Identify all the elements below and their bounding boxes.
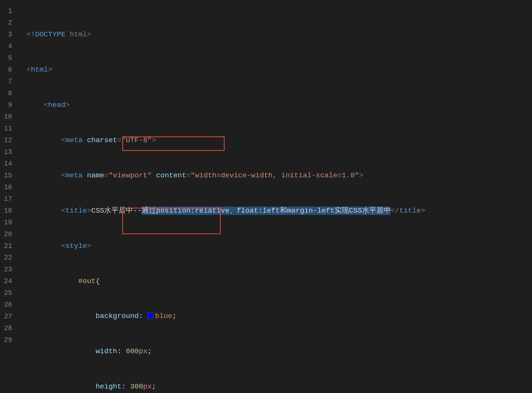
line-number: 25 [0, 287, 12, 299]
code-line[interactable]: width: 600px; [27, 346, 532, 357]
line-number: 16 [0, 182, 12, 193]
line-number: 6 [0, 64, 12, 76]
tag-close: > [359, 171, 363, 180]
code-line[interactable]: <!DOCTYPE html> [27, 29, 532, 41]
code-line[interactable]: <head> [27, 99, 532, 111]
css-unit: px [139, 347, 147, 355]
doctype-keyword: DOCTYPE [35, 30, 66, 39]
line-number: 11 [0, 123, 12, 135]
tag-open: < [27, 66, 31, 74]
title-text: CSS水平居中-- [91, 207, 142, 215]
line-number: 12 [0, 135, 12, 146]
css-property: background [95, 312, 139, 320]
code-line[interactable]: <title>CSS水平居中--通过position:relative、floa… [27, 205, 532, 217]
line-number: 17 [0, 193, 12, 205]
line-number: 27 [0, 311, 12, 323]
line-number: 24 [0, 276, 12, 287]
css-property: height [95, 382, 121, 391]
attr-value: "width=device-width, initial-scale=1.0" [190, 171, 359, 180]
line-number: 26 [0, 299, 12, 311]
tag-name: title [66, 207, 87, 215]
line-number: 5 [0, 52, 12, 64]
attr-value: "viewport" [109, 171, 152, 180]
line-number: 1 [0, 5, 12, 17]
tag-name: head [48, 101, 66, 109]
tag-close: > [152, 136, 156, 144]
line-number: 7 [0, 76, 12, 88]
code-line[interactable]: <html> [27, 64, 532, 76]
css-property: width [95, 347, 117, 355]
code-line[interactable]: <meta name="viewport" content="width=dev… [27, 170, 532, 182]
tag-close: > [48, 66, 52, 74]
line-number: 18 [0, 205, 12, 217]
line-number: 3 [0, 29, 12, 41]
css-number: 300 [130, 382, 143, 391]
line-number: 10 [0, 111, 12, 123]
css-number: 600 [126, 347, 139, 355]
line-number: 20 [0, 229, 12, 240]
doctype-open: <! [27, 30, 35, 39]
tag-open: < [61, 242, 65, 250]
tag-close: > [66, 101, 70, 109]
tag-close: > [87, 207, 91, 215]
attr-value: "UTF-8" [122, 136, 152, 144]
selected-text: 通过position:relative、float:left和margin-le… [142, 207, 390, 215]
line-number: 23 [0, 264, 12, 276]
code-editor[interactable]: <!DOCTYPE html> <html> <head> <meta char… [19, 0, 532, 393]
tag-name: meta [66, 136, 83, 144]
code-line[interactable]: height: 300px; [27, 381, 532, 393]
tag-open: < [61, 136, 65, 144]
tag-name: html [31, 66, 48, 74]
line-number: 13 [0, 146, 12, 158]
tag-open: < [61, 171, 65, 180]
attr-name: content [156, 171, 186, 180]
line-number-gutter: 1 2 3 4 5 6 7 8 9 10 11 12 13 14 15 16 1… [0, 0, 19, 393]
tag-name: title [399, 207, 421, 215]
line-number: 2 [0, 17, 12, 29]
line-number: 29 [0, 334, 12, 346]
line-number: 21 [0, 240, 12, 252]
attr-name: name [87, 171, 105, 180]
line-number: 14 [0, 158, 12, 170]
line-number: 4 [0, 41, 12, 52]
line-number: 28 [0, 323, 12, 334]
tag-close: > [87, 242, 91, 250]
tag-close: > [421, 207, 425, 215]
doctype-close: > [87, 30, 91, 39]
tag-name: meta [66, 171, 83, 180]
tag-open: < [61, 207, 65, 215]
css-selector: #out [78, 277, 96, 285]
line-number: 19 [0, 217, 12, 229]
tag-name: style [66, 242, 87, 250]
code-line[interactable]: #out{ [27, 276, 532, 287]
attr-name: charset [87, 136, 117, 144]
tag-open: < [44, 101, 48, 109]
tag-open: </ [391, 207, 399, 215]
code-line[interactable]: <style> [27, 240, 532, 252]
code-line[interactable]: background: blue; [27, 310, 532, 322]
line-number: 8 [0, 88, 12, 99]
line-number: 9 [0, 99, 12, 111]
line-number: 15 [0, 170, 12, 182]
doctype-name: html [66, 30, 87, 39]
css-value: blue [155, 312, 172, 320]
line-number: 22 [0, 252, 12, 264]
color-swatch-icon[interactable] [147, 313, 153, 319]
code-line[interactable]: <meta charset="UTF-8"> [27, 135, 532, 146]
css-unit: px [143, 382, 152, 391]
